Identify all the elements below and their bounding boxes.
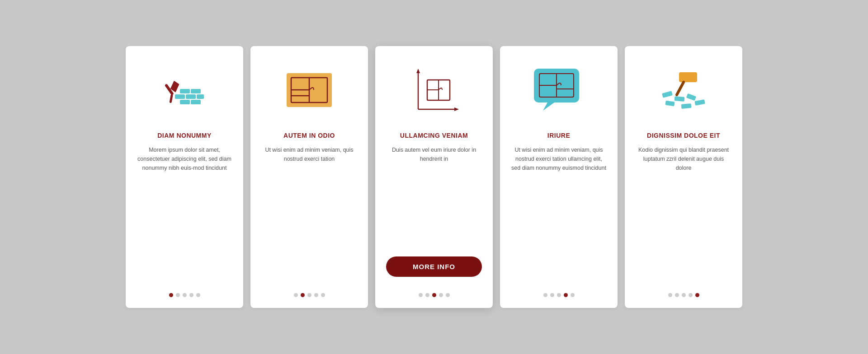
card-4: IRIURE Ut wisi enim ad minim veniam, qui… bbox=[500, 46, 618, 308]
dot bbox=[668, 293, 672, 297]
dot bbox=[307, 293, 311, 297]
dot bbox=[196, 293, 200, 297]
card-2-dots bbox=[294, 293, 325, 297]
card-1-text: Morem ipsum dolor sit amet, consectetuer… bbox=[137, 145, 232, 284]
dot bbox=[419, 293, 423, 297]
card-5-dots bbox=[668, 293, 699, 297]
dot bbox=[689, 293, 693, 297]
dot bbox=[314, 293, 318, 297]
dot bbox=[550, 293, 554, 297]
svg-rect-8 bbox=[180, 100, 190, 104]
svg-rect-9 bbox=[191, 100, 201, 104]
speech-floorplan-icon bbox=[527, 60, 590, 123]
blueprint-arrow-icon bbox=[402, 60, 466, 123]
dot bbox=[557, 293, 561, 297]
svg-line-2 bbox=[168, 96, 175, 102]
hammer-bricks-icon bbox=[652, 60, 715, 123]
card-5: DIGNISSIM DOLOE EIT Kodio dignissim qui … bbox=[625, 46, 742, 308]
cards-container: DIAM NONUMMY Morem ipsum dolor sit amet,… bbox=[72, 46, 796, 308]
card-1: DIAM NONUMMY Morem ipsum dolor sit amet,… bbox=[126, 46, 243, 308]
dot-active bbox=[564, 293, 568, 297]
dot bbox=[321, 293, 325, 297]
svg-line-29 bbox=[677, 82, 684, 95]
dot bbox=[571, 293, 575, 297]
card-1-title: DIAM NONUMMY bbox=[157, 132, 212, 139]
svg-rect-34 bbox=[665, 101, 675, 107]
card-4-dots bbox=[543, 293, 575, 297]
more-info-button[interactable]: MORE INFO bbox=[386, 256, 482, 277]
svg-rect-6 bbox=[186, 94, 196, 99]
dot bbox=[439, 293, 443, 297]
svg-rect-35 bbox=[681, 103, 692, 109]
dot bbox=[183, 293, 187, 297]
card-3-dots bbox=[419, 293, 450, 297]
dot bbox=[294, 293, 298, 297]
svg-marker-23 bbox=[543, 102, 554, 111]
card-3-text: Duis autem vel eum iriure dolor in hendr… bbox=[386, 145, 482, 249]
svg-rect-32 bbox=[686, 93, 696, 101]
dot bbox=[543, 293, 547, 297]
card-1-dots bbox=[169, 293, 200, 297]
dot-active bbox=[169, 293, 173, 297]
card-5-text: Kodio dignissim qui blandit praesent lup… bbox=[636, 145, 731, 284]
svg-rect-7 bbox=[197, 94, 204, 99]
floorplan-icon bbox=[278, 60, 341, 123]
dot bbox=[425, 293, 429, 297]
svg-rect-4 bbox=[191, 89, 201, 93]
svg-marker-16 bbox=[416, 69, 420, 73]
dot bbox=[675, 293, 679, 297]
svg-rect-5 bbox=[175, 94, 185, 99]
svg-rect-30 bbox=[662, 91, 673, 98]
svg-marker-18 bbox=[454, 107, 459, 111]
card-3: ULLAMCING VENIAM Duis autem vel eum iriu… bbox=[375, 46, 493, 308]
card-4-title: IRIURE bbox=[547, 132, 570, 139]
dot-active bbox=[432, 293, 436, 297]
dot bbox=[189, 293, 193, 297]
dot bbox=[446, 293, 450, 297]
card-2-title: AUTEM IN ODIO bbox=[283, 132, 335, 139]
svg-rect-33 bbox=[694, 99, 705, 106]
dot-active bbox=[695, 293, 699, 297]
card-2: AUTEM IN ODIO Ut wisi enim ad minim veni… bbox=[250, 46, 368, 308]
dot-active bbox=[301, 293, 305, 297]
svg-rect-3 bbox=[180, 89, 190, 93]
card-3-title: ULLAMCING VENIAM bbox=[400, 132, 468, 139]
card-5-title: DIGNISSIM DOLOE EIT bbox=[647, 132, 720, 139]
card-2-text: Ut wisi enim ad minim veniam, quis nostr… bbox=[261, 145, 357, 284]
svg-rect-28 bbox=[679, 72, 697, 82]
card-4-text: Ut wisi enim ad minim veniam, quis nostr… bbox=[511, 145, 607, 284]
dot bbox=[682, 293, 686, 297]
svg-rect-31 bbox=[675, 96, 685, 102]
dot bbox=[176, 293, 180, 297]
bricklaying-icon bbox=[153, 60, 216, 123]
